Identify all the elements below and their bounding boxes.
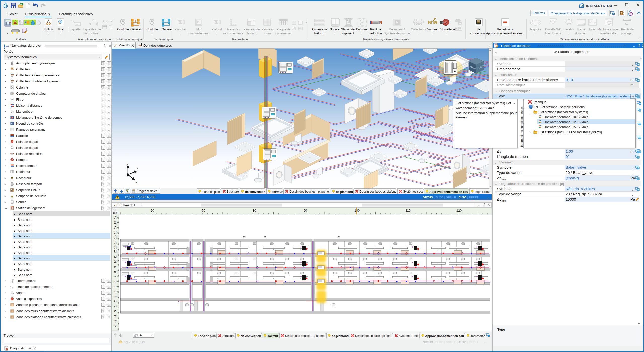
svg-text:9: 9	[114, 266, 117, 268]
svg-text:16: 16	[114, 231, 117, 234]
svg-text:110: 110	[406, 209, 411, 212]
svg-text:17: 17	[114, 226, 117, 229]
svg-text:4: 4	[114, 290, 117, 292]
svg-text:2.0: 2.0	[92, 19, 96, 22]
svg-text:8: 8	[114, 271, 117, 273]
svg-text:-1: -1	[114, 315, 117, 317]
svg-text:14: 14	[114, 240, 117, 244]
svg-text:120: 120	[456, 209, 462, 212]
svg-text:100: 100	[354, 209, 360, 212]
svg-text:0: 0	[114, 310, 117, 312]
svg-text:60: 60	[151, 209, 154, 212]
svg-text:18: 18	[114, 221, 117, 224]
svg-text:X: X	[135, 181, 137, 184]
svg-text:13: 13	[114, 245, 117, 249]
svg-text:Z: Z	[126, 163, 128, 167]
svg-text:15: 15	[114, 235, 117, 239]
svg-text:-3: -3	[114, 324, 117, 327]
svg-text:80: 80	[253, 209, 256, 212]
svg-text:2: 2	[114, 300, 117, 302]
svg-text:187: 187	[113, 211, 117, 214]
svg-text:3: 3	[114, 295, 117, 297]
svg-text:7: 7	[114, 276, 117, 277]
svg-text:12: 12	[114, 250, 117, 254]
svg-text:-2: -2	[114, 320, 117, 322]
svg-text:Abc: Abc	[102, 19, 108, 23]
svg-text:i: i	[631, 13, 631, 15]
svg-text:19: 19	[114, 216, 117, 219]
svg-text:A: A	[60, 20, 61, 23]
svg-text:10: 10	[114, 260, 117, 263]
svg-text:1: 1	[114, 305, 117, 307]
svg-text:6: 6	[114, 281, 117, 282]
svg-text:90: 90	[304, 209, 307, 212]
svg-text:5: 5	[114, 285, 117, 287]
svg-text:11: 11	[114, 255, 117, 258]
svg-text:70: 70	[202, 209, 205, 212]
svg-text:Y: Y	[136, 166, 138, 170]
svg-text:INSTALSYSTEM: INSTALSYSTEM	[586, 4, 612, 8]
